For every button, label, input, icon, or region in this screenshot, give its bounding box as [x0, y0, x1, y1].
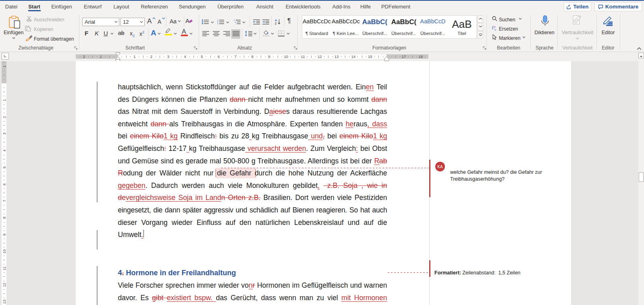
- svg-text:Z: Z: [275, 22, 277, 25]
- svg-text:3: 3: [217, 23, 218, 25]
- svg-text:i: i: [236, 23, 237, 25]
- svg-text:c: c: [494, 28, 496, 31]
- svg-text:A: A: [275, 19, 277, 22]
